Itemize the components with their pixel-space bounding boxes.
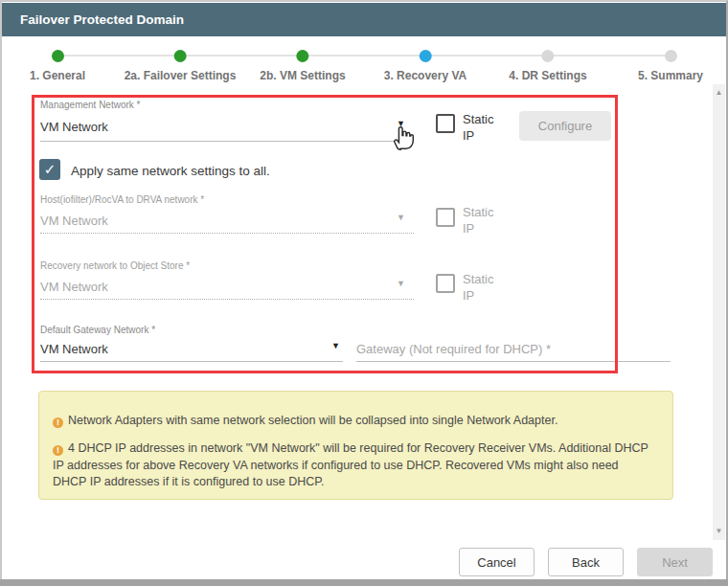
hand-pointer-cursor-icon xyxy=(391,124,417,152)
scroll-down-icon[interactable]: ▼ xyxy=(713,525,725,538)
notice-box: !Network Adapters with same network sele… xyxy=(38,391,673,500)
next-button: Next xyxy=(637,548,713,576)
failover-dialog: Failover Protected Domain 1. General 2a.… xyxy=(0,0,728,586)
recovery-network-select-disabled: VM Network xyxy=(40,280,108,294)
wizard-stepper: 1. General 2a. Failover Settings 2b. VM … xyxy=(0,42,712,86)
recovery-network-label: Recovery network to Object Store * xyxy=(40,260,190,271)
host-network-label: Host(iofilter)/RocVA to DRVA network * xyxy=(40,194,204,205)
step-recovery-va[interactable]: 3. Recovery VA xyxy=(384,42,467,82)
dialog-title: Failover Protected Domain xyxy=(2,3,726,36)
management-network-select[interactable]: VM Network xyxy=(40,120,108,134)
gateway-address-input[interactable] xyxy=(356,337,671,360)
static-ip-label: Static IP xyxy=(463,112,505,145)
gateway-network-select[interactable]: VM Network xyxy=(40,342,108,356)
step-label: 5. Summary xyxy=(638,69,703,82)
warning-icon: ! xyxy=(53,417,63,428)
configure-button: Configure xyxy=(519,111,611,141)
step-vm-settings[interactable]: 2b. VM Settings xyxy=(260,42,345,82)
back-button[interactable]: Back xyxy=(548,548,624,576)
step-dot-upcoming-icon xyxy=(541,50,554,62)
warning-icon: ! xyxy=(53,445,63,456)
recovery-network-underline xyxy=(40,299,414,300)
vertical-scrollbar[interactable]: ▲ ▼ xyxy=(713,84,725,540)
notice-item: !4 DHCP IP addresses in network "VM Netw… xyxy=(53,440,653,490)
scroll-up-icon[interactable]: ▲ xyxy=(713,86,725,100)
step-general[interactable]: 1. General xyxy=(30,42,85,82)
apply-all-checkbox[interactable]: ✓ xyxy=(39,159,60,180)
notice-text: Network Adapters with same network selec… xyxy=(68,414,557,427)
gateway-network-label: Default Gateway Network * xyxy=(40,325,155,335)
cancel-button[interactable]: Cancel xyxy=(459,548,535,576)
chevron-down-icon: ▼ xyxy=(397,213,405,222)
step-summary: 5. Summary xyxy=(638,42,703,82)
gateway-network-underline xyxy=(40,361,343,362)
step-label: 3. Recovery VA xyxy=(384,69,467,82)
step-dot-upcoming-icon xyxy=(664,50,676,62)
notice-text: 4 DHCP IP addresses in network "VM Netwo… xyxy=(53,441,648,488)
notice-item: !Network Adapters with same network sele… xyxy=(53,413,653,429)
static-ip-label: Static IP xyxy=(463,272,505,304)
step-dot-completed-icon xyxy=(297,50,309,62)
step-dot-completed-icon xyxy=(174,50,187,62)
static-ip-label: Static IP xyxy=(463,205,505,237)
checkmark-icon: ✓ xyxy=(44,161,57,177)
apply-all-label: Apply same network settings to all. xyxy=(71,164,270,178)
static-ip-checkbox-host-disabled xyxy=(436,208,455,227)
gateway-input-underline xyxy=(356,361,671,362)
dialog-bottom-edge xyxy=(0,579,728,586)
step-label: 1. General xyxy=(30,69,85,82)
step-label: 2a. Failover Settings xyxy=(125,69,237,82)
host-network-underline xyxy=(40,233,414,234)
step-dr-settings: 4. DR Settings xyxy=(509,42,586,82)
host-network-select-disabled: VM Network xyxy=(40,214,108,228)
step-label: 2b. VM Settings xyxy=(260,69,345,82)
chevron-down-icon[interactable]: ▼ xyxy=(331,341,340,350)
management-network-underline xyxy=(40,141,414,142)
step-label: 4. DR Settings xyxy=(509,69,586,82)
chevron-down-icon: ▼ xyxy=(397,279,405,288)
static-ip-checkbox-recovery-disabled xyxy=(436,274,455,293)
step-dot-current-icon xyxy=(420,50,432,62)
step-dot-completed-icon xyxy=(52,50,64,62)
step-failover-settings[interactable]: 2a. Failover Settings xyxy=(125,42,237,82)
static-ip-checkbox-management[interactable] xyxy=(436,114,455,133)
management-network-label: Management Network * xyxy=(40,100,141,110)
